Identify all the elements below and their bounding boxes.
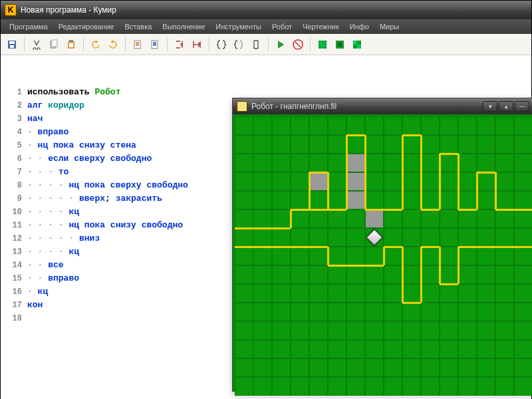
svg-rect-10 [319, 41, 327, 49]
line-number: 14 [1, 259, 22, 272]
cut-icon[interactable] [29, 37, 44, 52]
code-line[interactable]: · кц [27, 285, 188, 299]
stop-icon[interactable] [291, 37, 305, 52]
undo-icon[interactable] [88, 37, 103, 52]
save-icon[interactable] [5, 37, 19, 52]
code-token: снизу стена [79, 140, 136, 150]
step-over-icon[interactable] [190, 37, 204, 52]
wall [458, 209, 477, 211]
wall [365, 209, 402, 211]
wall [384, 246, 402, 248]
code-line[interactable]: · · · то [27, 166, 188, 179]
code-token: кц [68, 207, 79, 217]
line-number: 2 [1, 99, 22, 112]
menu-выполнение[interactable]: Выполнение [158, 21, 209, 32]
paste-icon[interactable] [64, 37, 78, 52]
code-token: · [27, 287, 38, 297]
code-token: кон [27, 300, 43, 310]
code-line[interactable]: кон [27, 299, 188, 312]
menu-программа[interactable]: Программа [5, 21, 53, 32]
code-body[interactable]: использовать Роботалг коридорнач· вправо… [27, 86, 188, 325]
line-number: 3 [1, 112, 22, 126]
wall [327, 247, 329, 265]
code-line[interactable]: · · · · нц пока сверху свободно [27, 179, 188, 192]
code-token: · · · · [27, 207, 68, 217]
grid1-icon[interactable] [315, 37, 330, 52]
line-number: 15 [1, 272, 22, 285]
wall [291, 209, 346, 211]
braces3-icon[interactable] [249, 37, 263, 52]
code-token: сверху свободно [74, 154, 152, 164]
step-in-icon[interactable] [172, 37, 187, 52]
code-line[interactable]: использовать Робот [27, 86, 188, 99]
robot-window[interactable]: ☺ Робот - гнапгнепглнп.fil ▾ ▴ — [232, 98, 532, 392]
toolbar-separator [167, 37, 168, 52]
menu-инструменты[interactable]: Инструменты [211, 21, 266, 32]
menu-вставка[interactable]: Вставка [120, 21, 156, 32]
code-line[interactable]: · вправо [27, 126, 188, 139]
wall [346, 135, 348, 209]
line-number: 9 [1, 192, 22, 205]
code-token: коридор [48, 100, 84, 110]
line-number: 18 [1, 312, 22, 325]
code-token: Робот [94, 87, 120, 97]
menu-инфо[interactable]: Инфо [345, 21, 374, 32]
window-title: Новая программа - Кумир [21, 5, 116, 15]
line-number: 1 [1, 86, 22, 99]
doc2-icon[interactable] [148, 37, 162, 52]
robot-titlebar[interactable]: ☺ Робот - гнапгнепглнп.fil ▾ ▴ — [233, 98, 532, 114]
menu-редактирование[interactable]: Редактирование [54, 21, 119, 32]
code-line[interactable]: нач [27, 112, 188, 126]
menu-миры[interactable]: Миры [375, 21, 404, 32]
code-token: · · · · · [27, 233, 79, 243]
app-icon: K [5, 4, 17, 16]
code-line[interactable]: · · вправо [27, 272, 188, 285]
wall [421, 246, 440, 248]
code-line[interactable]: · · · · · вверх; закрасить [27, 192, 188, 205]
robot-canvas-wrap [233, 114, 532, 391]
code-token: · · · · [27, 180, 68, 190]
maximize-button[interactable]: ▴ [499, 101, 513, 112]
code-token: все [48, 260, 63, 270]
braces2-icon[interactable] [231, 37, 246, 52]
restore-button[interactable]: — [515, 101, 529, 112]
svg-rect-15 [357, 45, 361, 49]
grid2-icon[interactable] [332, 37, 347, 52]
code-line[interactable]: · · все [27, 259, 188, 272]
wall [402, 302, 421, 304]
redo-icon[interactable] [106, 37, 120, 52]
code-line[interactable]: · · · · нц пока снизу свободно [27, 219, 188, 232]
play-icon[interactable] [273, 37, 288, 52]
line-gutter: 123456789101112131415161718 [1, 86, 27, 325]
wall [402, 247, 404, 303]
toolbar-separator [24, 37, 25, 52]
code-line[interactable]: · · если сверху свободно [27, 152, 188, 166]
grid3-icon[interactable] [350, 37, 364, 52]
doc-icon[interactable] [130, 37, 145, 52]
code-token: вправо [38, 127, 69, 137]
code-token: вниз [79, 233, 100, 243]
toolbar-separator [268, 37, 269, 52]
minimize-button[interactable]: ▾ [483, 101, 497, 112]
code-line[interactable]: · нц пока снизу стена [27, 139, 188, 152]
code-token: если [48, 154, 74, 164]
braces1-icon[interactable] [214, 37, 229, 52]
code-line[interactable]: · · · · кц [27, 205, 188, 219]
toolbar-separator [310, 37, 311, 52]
code-token: кц [68, 247, 79, 257]
code-line[interactable]: алг коридор [27, 99, 188, 112]
toolbar-separator [83, 37, 84, 52]
copy-icon[interactable] [47, 37, 61, 52]
code-token: · [27, 127, 38, 137]
robot-canvas[interactable] [235, 116, 532, 389]
code-line[interactable]: · · · · кц [27, 245, 188, 259]
wall [309, 172, 311, 209]
menu-чертежник[interactable]: Чертежник [298, 21, 344, 32]
code-line[interactable]: · · · · · вниз [27, 232, 188, 245]
svg-rect-8 [134, 41, 140, 49]
code-token: · · · · · [27, 194, 79, 203]
code-line[interactable] [27, 312, 188, 325]
wall [383, 247, 385, 265]
menu-робот[interactable]: Робот [267, 21, 297, 32]
code-token: использовать [27, 87, 94, 97]
